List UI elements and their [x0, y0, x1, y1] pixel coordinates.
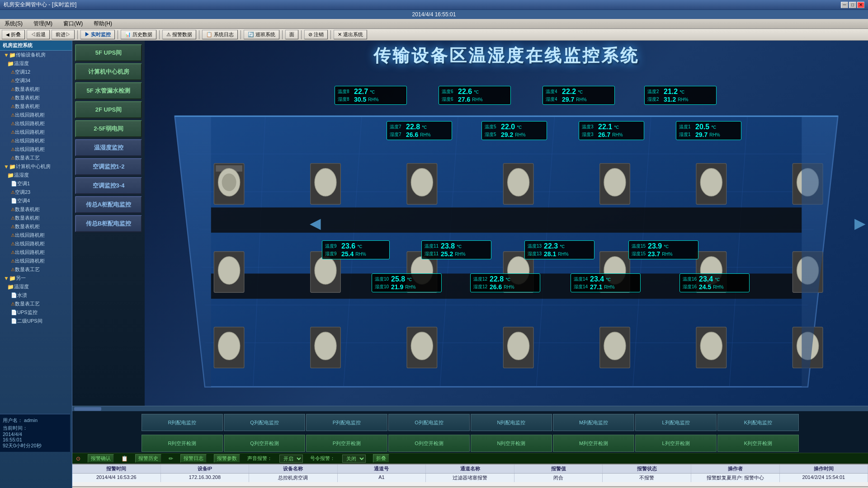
alert-confirm-btn[interactable]: 报警确认	[88, 454, 114, 463]
toolbar-fold[interactable]: ◀折叠	[2, 30, 25, 39]
sensor15-hum-label: 湿度15	[632, 251, 646, 257]
alert-log-btn[interactable]: 报警日志	[180, 454, 207, 463]
menu-system[interactable]: 系统(S)	[2, 19, 25, 28]
btn-k-breaker[interactable]: K列空开检测	[717, 435, 799, 452]
sidebar-item-ups2[interactable]: 📄 二级UPS间	[0, 317, 72, 325]
toolbar-patrol[interactable]: 🔄 巡班系统	[244, 30, 279, 39]
sensor13-hum-label: 湿度13	[528, 251, 542, 257]
sidebar-item-proc2[interactable]: ⚠ 数显表工艺	[0, 265, 72, 274]
btn-p-breaker[interactable]: P列空开检测	[306, 435, 387, 452]
sidebar-item-ac23[interactable]: ⚠ 空调23	[0, 188, 72, 197]
alert-detail-btn[interactable]: 报警历史	[135, 454, 161, 463]
nav-power-a[interactable]: 传总A柜配电监控	[75, 196, 142, 213]
sidebar-item-other[interactable]: ▼📁 另一	[0, 274, 72, 282]
sensor4-temp-val: 22.2	[562, 88, 576, 96]
toolbar-syslog[interactable]: 📋 系统日志	[202, 30, 238, 39]
sidebar-item-ups[interactable]: 📄 UPS监控	[0, 308, 72, 317]
btn-q-breaker[interactable]: Q列空开检测	[224, 435, 305, 452]
signal-select[interactable]: 关闭 开启	[342, 455, 366, 463]
sidebar-item-ac12[interactable]: ⚠ 空调12	[0, 68, 72, 76]
sidebar-item-ac4[interactable]: 📄 空调4	[0, 197, 72, 205]
nav-ac34[interactable]: 空调监控3-4	[75, 177, 142, 194]
scroll-right[interactable]: ▶	[854, 215, 866, 232]
maximize-button[interactable]: □	[849, 2, 856, 8]
sidebar-item-outlet2[interactable]: ⚠ 出线回路机柜	[0, 119, 72, 128]
toolbar-history[interactable]: 📊 历史数据	[121, 30, 156, 39]
sidebar-item-ac34[interactable]: ⚠ 空调34	[0, 76, 72, 85]
toolbar-realtime[interactable]: ▶ 实时监控	[80, 30, 115, 39]
fold-btn[interactable]: 折叠	[373, 454, 389, 463]
close-button[interactable]: ✕	[857, 2, 864, 8]
sidebar-item-outlet9[interactable]: ⚠ 出线回路机柜	[0, 257, 72, 265]
toolbar-exit[interactable]: ✕ 退出系统	[334, 30, 367, 39]
btn-r-breaker[interactable]: R列空开检测	[142, 435, 223, 452]
toolbar-back[interactable]: ◁后退	[27, 30, 50, 39]
sidebar-item-meter6[interactable]: ⚠ 数显表机柜	[0, 222, 72, 231]
sensor14-temp-val: 23.4	[590, 275, 604, 283]
sidebar-item-outlet5[interactable]: ⚠ 出线回路机柜	[0, 145, 72, 154]
sidebar-item-computer[interactable]: ▼📁 计算机中心机房	[0, 162, 72, 171]
toolbar-logout[interactable]: ⊘ 注销	[304, 30, 328, 39]
nav-weak[interactable]: 2-5F弱电间	[75, 120, 142, 137]
nav-ac12[interactable]: 空调监控1-2	[75, 158, 142, 175]
warning-icon: ⚠	[11, 267, 15, 272]
btn-q-power[interactable]: Q列配电监控	[224, 414, 305, 431]
sidebar-item-meter3[interactable]: ⚠ 数显表机柜	[0, 102, 72, 111]
nav-2f-ups[interactable]: 2F UPS间	[75, 101, 142, 118]
scrollbar-thumb[interactable]	[74, 407, 101, 411]
menu-manage[interactable]: 管理(M)	[31, 19, 55, 28]
sensor6-hum-label: 湿度6	[442, 96, 456, 103]
btn-k-power[interactable]: K列配电监控	[717, 414, 799, 431]
btn-n-breaker[interactable]: N列空开检测	[471, 435, 552, 452]
sidebar-item-outlet4[interactable]: ⚠ 出线回路机柜	[0, 136, 72, 145]
sidebar-item-proc1[interactable]: ⚠ 数显表工艺	[0, 154, 72, 162]
sidebar-item-temp2[interactable]: 📁 温湿度	[0, 171, 72, 179]
btn-o-breaker[interactable]: O列空开检测	[388, 435, 470, 452]
sensor2-temp-label: 温度2	[647, 89, 662, 95]
toolbar-alarm[interactable]: ⚠ 报警数据	[162, 30, 196, 39]
sidebar-item-transmission[interactable]: ▼📁 传输设备机房	[0, 51, 72, 59]
cell-device-ip: 172.16.30.208	[161, 474, 250, 482]
sidebar-item-outlet3[interactable]: ⚠ 出线回路机柜	[0, 128, 72, 136]
horizontal-scrollbar[interactable]	[72, 406, 868, 411]
sidebar-item-outlet6[interactable]: ⚠ 出线回路机柜	[0, 231, 72, 239]
report-row-1[interactable]: 2014/4/4 16:53:26 172.16.30.208 总控机房空调 A…	[72, 474, 868, 482]
nav-temp-monitor[interactable]: 温湿度监控	[75, 139, 142, 156]
minimize-button[interactable]: ─	[841, 2, 848, 8]
sidebar-item-temp1[interactable]: 📁 温湿度	[0, 59, 72, 68]
nav-5f-ups[interactable]: 5F UPS间	[75, 44, 142, 61]
btn-n-power[interactable]: N列配电监控	[471, 414, 552, 431]
sidebar-item-outlet7[interactable]: ⚠ 出线回路机柜	[0, 239, 72, 248]
warning-icon: ⚠	[11, 216, 15, 221]
sidebar-item-meter5[interactable]: ⚠ 数显表机柜	[0, 214, 72, 222]
menu-window[interactable]: 窗口(W)	[61, 19, 85, 28]
nav-power-b[interactable]: 传总B柜配电监控	[75, 215, 142, 232]
toolbar-face[interactable]: 面	[285, 30, 298, 39]
nav-computer[interactable]: 计算机中心机房	[75, 63, 142, 80]
btn-m-breaker[interactable]: M列空开检测	[553, 435, 634, 452]
item-icon: 📄	[11, 198, 17, 204]
btn-r-power[interactable]: R列配电监控	[142, 414, 223, 431]
btn-l-breaker[interactable]: L列空开检测	[635, 435, 717, 452]
nav-water[interactable]: 5F 水管漏水检测	[75, 82, 142, 99]
voice-select[interactable]: 开启 关闭	[279, 455, 303, 463]
btn-o-power[interactable]: O列配电监控	[388, 414, 470, 431]
sidebar-item-temp3[interactable]: 📁 温湿度	[0, 282, 72, 291]
sidebar-item-proc3[interactable]: ⚠ 数显表工艺	[0, 300, 72, 308]
menu-help[interactable]: 帮助(H)	[91, 19, 115, 28]
sidebar-item-outlet8[interactable]: ⚠ 出线回路机柜	[0, 248, 72, 257]
sensor-15: 温度15 23.9 ℃ 湿度15 23.7 RH%	[628, 240, 698, 259]
sidebar-item-meter2[interactable]: ⚠ 数显表机柜	[0, 94, 72, 102]
scroll-left[interactable]: ◀	[310, 215, 321, 232]
alert-param-btn[interactable]: 报警参数	[214, 454, 240, 463]
toolbar-forward[interactable]: 前进▷	[52, 30, 75, 39]
sidebar-item-meter1[interactable]: ⚠ 数显表机柜	[0, 85, 72, 94]
btn-l-power[interactable]: L列配电监控	[635, 414, 717, 431]
sidebar-item-ac1[interactable]: 📄 空调1	[0, 179, 72, 188]
sidebar-item-meter4[interactable]: ⚠ 数显表机柜	[0, 205, 72, 214]
btn-m-power[interactable]: M列配电监控	[553, 414, 634, 431]
btn-p-power[interactable]: P列配电监控	[306, 414, 387, 431]
sidebar-item-water[interactable]: 📄 水渍	[0, 291, 72, 300]
cell-channel-no: A1	[338, 474, 426, 482]
sidebar-item-outlet1[interactable]: ⚠ 出线回路机柜	[0, 111, 72, 119]
